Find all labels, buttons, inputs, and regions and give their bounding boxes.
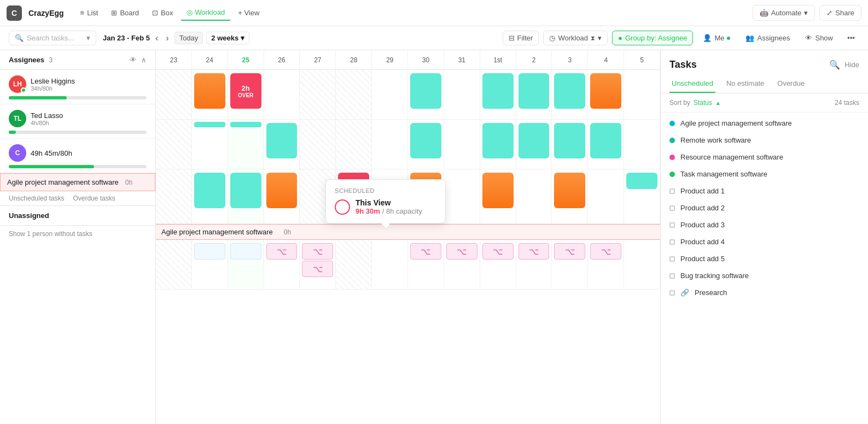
cal-cell-4-1[interactable]: [588, 70, 624, 119]
task-block-teal-3-1[interactable]: [554, 73, 585, 109]
list-item[interactable]: Resource management software: [661, 149, 868, 166]
cal-cell-2-p[interactable]: ⌥: [516, 240, 552, 289]
cal-cell-2-2[interactable]: [516, 120, 552, 169]
task-block-teal-3-2[interactable]: [554, 123, 585, 158]
cal-cell-23-2[interactable]: [156, 120, 192, 169]
cal-cell-1-2[interactable]: [480, 120, 516, 169]
eye-toggle-icon[interactable]: 👁: [130, 56, 137, 64]
task-block-teal-30-2[interactable]: [410, 123, 441, 158]
nav-box[interactable]: ⊡ Box: [147, 5, 178, 20]
cal-cell-2-1[interactable]: [516, 70, 552, 119]
cal-cell-29-2[interactable]: [372, 120, 408, 169]
me-button[interactable]: 👤 Me: [697, 31, 736, 45]
task-block-teal-25-3[interactable]: [230, 173, 261, 208]
task-block-orange-24[interactable]: [194, 73, 225, 109]
cal-cell-31-2[interactable]: [444, 120, 480, 169]
small-teal-25[interactable]: [230, 122, 261, 127]
task-block-teal-26-2[interactable]: [266, 123, 298, 158]
cal-cell-3-1[interactable]: [552, 70, 588, 119]
share-button[interactable]: ⤢ Share: [819, 5, 861, 21]
assignees-button[interactable]: 👥 Assignees: [740, 31, 795, 45]
cal-cell-5-1[interactable]: [624, 70, 660, 119]
nav-workload[interactable]: ◎ Workload: [181, 5, 231, 21]
cal-cell-25-1[interactable]: 2h OVER: [228, 70, 264, 119]
task-block-teal-2-1[interactable]: [519, 73, 550, 109]
cal-cell-3-2[interactable]: [552, 120, 588, 169]
list-item[interactable]: Remote work software: [661, 132, 868, 149]
cal-cell-28-1[interactable]: [336, 70, 372, 119]
cal-cell-2-3[interactable]: [516, 169, 552, 223]
list-item[interactable]: Product add 1: [661, 182, 868, 199]
cal-cell-23-3[interactable]: [156, 169, 192, 223]
cal-cell-25-3[interactable]: [228, 169, 264, 223]
task-block-teal-1-1[interactable]: [482, 73, 514, 109]
prev-date-button[interactable]: ‹: [153, 32, 160, 44]
cal-cell-4-3[interactable]: [588, 169, 624, 223]
list-item[interactable]: Product add 4: [661, 233, 868, 250]
workload-button[interactable]: ◷ Workload ⧗ ▾: [543, 31, 608, 45]
show-person-row[interactable]: Show 1 person without tasks: [0, 225, 155, 242]
tasks-search-icon[interactable]: 🔍: [829, 60, 840, 70]
pink-task-2[interactable]: ⌥: [519, 243, 550, 260]
weeks-selector[interactable]: 2 weeks ▾: [206, 32, 249, 44]
cal-cell-29-1[interactable]: [372, 70, 408, 119]
cal-cell-24-2[interactable]: [192, 120, 228, 169]
list-item[interactable]: Product add 2: [661, 199, 868, 216]
collapse-icon[interactable]: ∧: [141, 56, 147, 64]
pink-task-27[interactable]: ⌥: [302, 243, 333, 260]
small-teal-24[interactable]: [194, 122, 225, 127]
nav-list[interactable]: ≡ List: [75, 5, 104, 20]
pink-task-31[interactable]: ⌥: [446, 243, 477, 260]
cal-cell-24-p[interactable]: [192, 240, 228, 289]
cal-cell-27-2[interactable]: [300, 120, 336, 169]
pink-task-3[interactable]: ⌥: [554, 243, 585, 260]
cal-cell-25-p[interactable]: [228, 240, 264, 289]
pink-task-30[interactable]: ⌥: [410, 243, 441, 260]
task-block-teal-4-2[interactable]: [590, 123, 621, 158]
cal-cell-4-p[interactable]: ⌥: [588, 240, 624, 289]
cal-cell-23-1[interactable]: [156, 70, 192, 119]
today-button[interactable]: Today: [174, 32, 203, 44]
search-box[interactable]: 🔍 Search tasks... ▾: [9, 31, 96, 45]
cal-cell-26-3[interactable]: [264, 169, 300, 223]
cal-cell-30-2[interactable]: [408, 120, 444, 169]
cal-cell-1-3[interactable]: [480, 169, 516, 223]
pink-task-1[interactable]: ⌥: [482, 243, 514, 260]
cal-cell-5-3[interactable]: [624, 169, 660, 223]
list-item[interactable]: Agile project management software: [661, 115, 868, 132]
green-block-24[interactable]: [194, 243, 225, 260]
pink-task-4[interactable]: ⌥: [590, 243, 621, 260]
cal-cell-3-p[interactable]: ⌥: [552, 240, 588, 289]
cal-cell-1-p[interactable]: ⌥: [480, 240, 516, 289]
pink-task-27b[interactable]: ⌥: [302, 261, 333, 277]
cal-cell-23-p[interactable]: [156, 240, 192, 289]
cal-cell-28-2[interactable]: [336, 120, 372, 169]
cal-cell-31-1[interactable]: [444, 70, 480, 119]
list-item[interactable]: 🔗 Presearch: [661, 284, 868, 301]
list-item[interactable]: Bug tracking software: [661, 267, 868, 284]
task-block-orange-1-3[interactable]: [482, 173, 514, 208]
tasks-hide-button[interactable]: Hide: [844, 61, 859, 69]
cal-cell-24-1[interactable]: [192, 70, 228, 119]
tab-unscheduled[interactable]: Unscheduled: [669, 75, 715, 93]
task-block-orange-4-1[interactable]: [590, 73, 621, 109]
cal-cell-4-2[interactable]: [588, 120, 624, 169]
cal-cell-31-3[interactable]: [444, 169, 480, 223]
cal-cell-26-p[interactable]: ⌥: [264, 240, 300, 289]
task-block-orange-26-3[interactable]: [266, 173, 298, 208]
cal-cell-26-2[interactable]: [264, 120, 300, 169]
tab-overdue[interactable]: Overdue: [775, 75, 807, 93]
cal-cell-30-1[interactable]: [408, 70, 444, 119]
list-item[interactable]: Task management software: [661, 166, 868, 182]
group-by-button[interactable]: ● Group by: Assignee: [612, 31, 693, 45]
task-block-teal-1-2[interactable]: [482, 123, 514, 158]
next-date-button[interactable]: ›: [164, 32, 171, 44]
nav-view[interactable]: + View: [232, 5, 265, 20]
task-block-orange-3-3[interactable]: [554, 173, 585, 208]
more-options-button[interactable]: •••: [843, 31, 859, 45]
filter-button[interactable]: ⊟ Filter: [503, 31, 539, 45]
cal-cell-29-p[interactable]: [372, 240, 408, 289]
pink-task-26[interactable]: ⌥: [266, 243, 298, 260]
task-block-red-25[interactable]: 2h OVER: [230, 73, 261, 109]
cal-cell-5-p[interactable]: [624, 240, 660, 289]
